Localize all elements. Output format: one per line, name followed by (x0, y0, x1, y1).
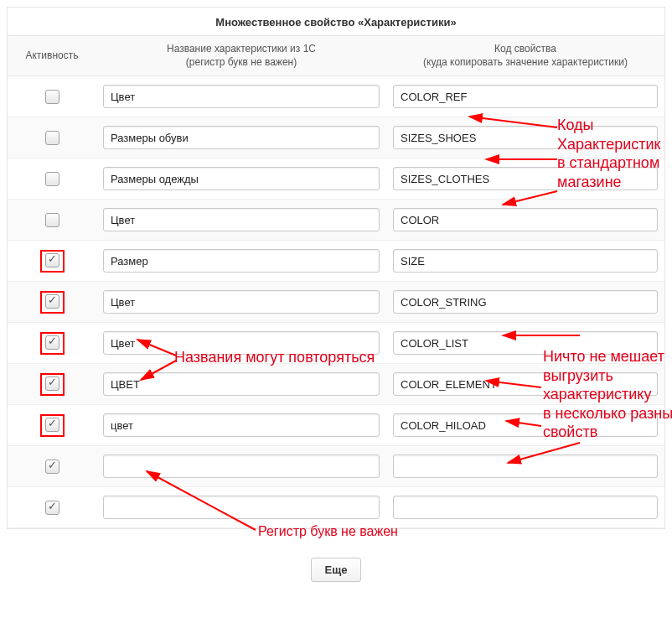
cell-code (386, 405, 664, 446)
cell-active (8, 282, 96, 323)
cell-active (8, 487, 96, 528)
table-row (8, 364, 664, 405)
active-checkbox[interactable] (45, 90, 59, 104)
active-checkbox[interactable] (45, 460, 59, 474)
cell-code (386, 76, 664, 117)
cell-active (8, 158, 96, 200)
cell-name (96, 364, 386, 405)
cell-code (386, 487, 664, 528)
cell-name (96, 323, 386, 364)
cell-name (96, 487, 386, 528)
col-header-code: Код свойства (куда копировать значение х… (386, 36, 664, 76)
table-row (8, 405, 664, 446)
name-input[interactable] (103, 167, 380, 190)
cell-active (8, 200, 96, 241)
code-input[interactable] (393, 290, 658, 314)
name-input[interactable] (103, 372, 380, 396)
table-row (8, 76, 664, 117)
panel-title: Множественное свойство «Характеристики» (8, 8, 664, 35)
active-checkbox[interactable] (45, 377, 59, 391)
checkbox-wrap (42, 497, 63, 518)
cell-active (8, 446, 96, 487)
cell-code (386, 282, 664, 323)
cell-active (8, 323, 96, 364)
cell-code (386, 241, 664, 282)
cell-code (386, 200, 664, 241)
col-header-name: Название характеристики из 1С (регистр б… (96, 36, 386, 76)
code-input[interactable] (393, 85, 658, 108)
cell-name (96, 405, 386, 446)
active-checkbox[interactable] (45, 501, 59, 515)
cell-name (96, 76, 386, 117)
cell-name (96, 282, 386, 323)
active-checkbox[interactable] (45, 294, 59, 309)
cell-name (96, 158, 386, 200)
cell-active (8, 241, 96, 282)
checkbox-wrap (40, 250, 65, 273)
table-row (8, 158, 664, 200)
checkbox-wrap (40, 414, 65, 437)
code-input[interactable] (393, 413, 658, 437)
code-input[interactable] (393, 331, 658, 355)
cell-active (8, 76, 96, 117)
active-checkbox[interactable] (45, 172, 59, 186)
code-input[interactable] (393, 208, 658, 231)
cell-code (386, 446, 664, 487)
name-input[interactable] (103, 208, 380, 231)
cell-name (96, 241, 386, 282)
checkbox-wrap (40, 373, 65, 396)
active-checkbox[interactable] (45, 335, 59, 350)
code-input[interactable] (393, 496, 658, 519)
checkbox-wrap (42, 456, 63, 477)
active-checkbox[interactable] (45, 418, 59, 432)
cell-name (96, 117, 386, 158)
cell-code (386, 117, 664, 158)
col-header-active: Активность (8, 36, 96, 76)
cell-code (386, 323, 664, 364)
code-input[interactable] (393, 167, 658, 190)
name-input[interactable] (103, 454, 380, 478)
characteristics-panel: Множественное свойство «Характеристики» … (7, 7, 665, 529)
more-row: Еще (7, 546, 665, 582)
checkbox-wrap (40, 332, 65, 355)
cell-active (8, 364, 96, 405)
table-row (8, 200, 664, 241)
table-row (8, 241, 664, 282)
page-root: Множественное свойство «Характеристики» … (0, 0, 672, 618)
checkbox-wrap (42, 127, 63, 148)
name-input[interactable] (103, 126, 380, 149)
more-button[interactable]: Еще (311, 558, 362, 582)
cell-code (386, 158, 664, 200)
table-row (8, 282, 664, 323)
code-input[interactable] (393, 454, 658, 478)
name-input[interactable] (103, 413, 380, 437)
code-input[interactable] (393, 372, 658, 396)
table-row (8, 446, 664, 487)
table-row (8, 487, 664, 528)
cell-active (8, 117, 96, 158)
checkbox-wrap (42, 169, 63, 190)
table-row (8, 323, 664, 364)
name-input[interactable] (103, 85, 380, 108)
name-input[interactable] (103, 249, 380, 273)
name-input[interactable] (103, 331, 380, 355)
table-row (8, 117, 664, 158)
characteristics-table: Активность Название характеристики из 1С… (8, 35, 664, 528)
cell-active (8, 405, 96, 446)
active-checkbox[interactable] (45, 131, 59, 145)
code-input[interactable] (393, 249, 658, 273)
cell-name (96, 446, 386, 487)
name-input[interactable] (103, 496, 380, 519)
cell-code (386, 364, 664, 405)
name-input[interactable] (103, 290, 380, 314)
code-input[interactable] (393, 126, 658, 149)
checkbox-wrap (40, 291, 65, 314)
active-checkbox[interactable] (45, 213, 59, 227)
active-checkbox[interactable] (45, 253, 59, 267)
checkbox-wrap (42, 210, 63, 231)
checkbox-wrap (42, 86, 63, 107)
cell-name (96, 200, 386, 241)
